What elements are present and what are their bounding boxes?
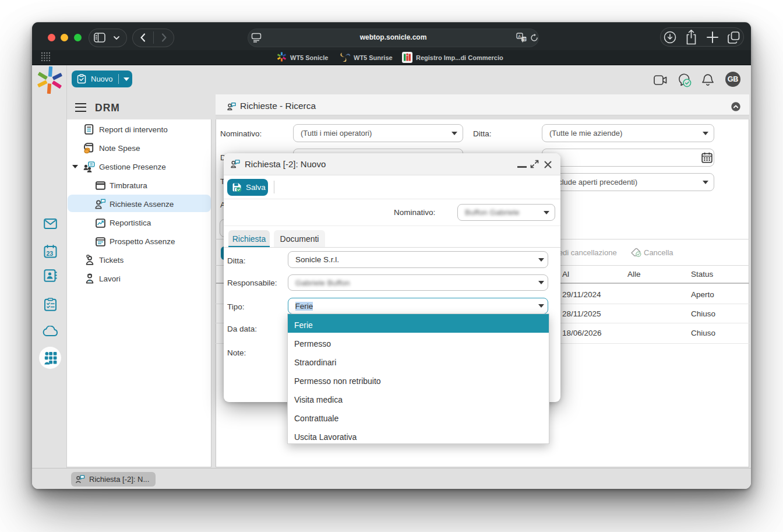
svg-text:A: A — [518, 34, 521, 39]
svg-text:23: 23 — [47, 250, 54, 257]
svg-text:文: 文 — [523, 37, 527, 41]
